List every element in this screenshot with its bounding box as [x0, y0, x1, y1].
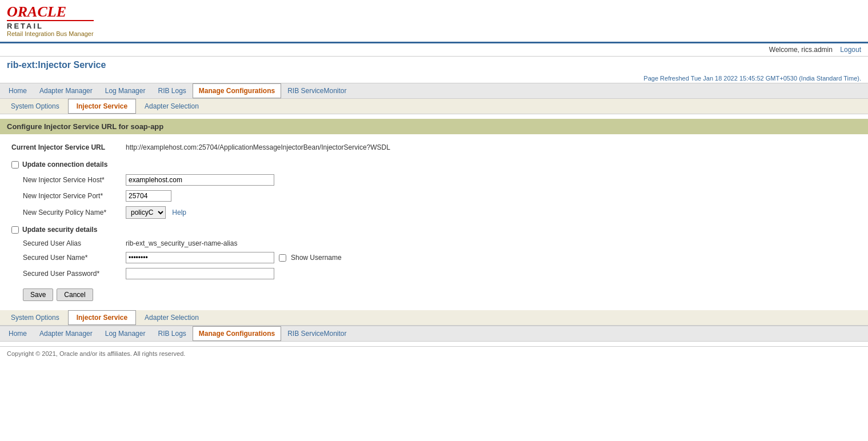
port-field-row: New Injector Service Port* [11, 190, 857, 202]
username-label: Secured User Name* [11, 254, 126, 262]
current-url-row: Current Injector Service URL http://exam… [11, 143, 857, 151]
nav-item-log-manager[interactable]: Log Manager [99, 83, 152, 98]
alias-field-row: Secured User Alias rib-ext_ws_security_u… [11, 239, 857, 247]
page-title-bar: rib-ext:Injector Service [0, 57, 868, 74]
sub-nav-item-injector-service[interactable]: Injector Service [68, 99, 136, 114]
nav-bottom-item-manage-configurations[interactable]: Manage Configurations [193, 326, 281, 341]
nav-item-manage-configurations[interactable]: Manage Configurations [193, 83, 281, 98]
update-security-label: Update security details [22, 226, 97, 234]
password-input-wrap [126, 268, 274, 279]
sub-nav-bottom: System OptionsInjector ServiceAdapter Se… [0, 310, 868, 326]
help-link[interactable]: Help [172, 209, 186, 217]
host-input[interactable] [126, 174, 274, 186]
current-url-value: http://examplehost.com:25704/Application… [126, 143, 390, 151]
page-title-section: rib-ext:Injector Service Page Refreshed … [0, 57, 868, 83]
nav-bottom-item-log-manager[interactable]: Log Manager [99, 326, 152, 341]
nav-item-rib-logs[interactable]: RIB Logs [151, 83, 192, 98]
sub-nav: System OptionsInjector ServiceAdapter Se… [0, 99, 868, 114]
current-url-label: Current Injector Service URL [11, 143, 126, 151]
password-input[interactable] [126, 268, 274, 279]
top-bar-links: Welcome, rics.admin Logout [769, 46, 861, 54]
sub-nav-bottom-item-adapter-selection[interactable]: Adapter Selection [136, 310, 207, 325]
sub-nav-bottom-item-injector-service[interactable]: Injector Service [68, 310, 136, 325]
nav-item-home[interactable]: Home [2, 83, 33, 98]
update-security-checkbox[interactable] [11, 226, 19, 234]
nav-bottom-item-adapter-manager[interactable]: Adapter Manager [33, 326, 99, 341]
port-label: New Injector Service Port* [11, 192, 126, 200]
sub-nav-item-adapter-selection[interactable]: Adapter Selection [136, 99, 207, 114]
policy-select[interactable]: policyCpolicyApolicyB [126, 206, 166, 219]
page-refreshed-label: Page Refreshed [643, 75, 689, 82]
update-connection-label: Update connection details [22, 161, 107, 169]
update-security-section: Update security details Secured User Ali… [11, 226, 857, 279]
save-button[interactable]: Save [23, 288, 53, 301]
section-header: Configure Injector Service URL for soap-… [0, 119, 868, 134]
form-area: Current Injector Service URL http://exam… [0, 134, 868, 310]
cancel-button[interactable]: Cancel [57, 288, 93, 301]
sub-nav-bottom-item-system-options[interactable]: System Options [2, 310, 68, 325]
nav-bottom-item-rib-logs[interactable]: RIB Logs [151, 326, 192, 341]
show-username-label: Show Username [291, 254, 342, 262]
password-label: Secured User Password* [11, 270, 126, 278]
page-title: rib-ext:Injector Service [7, 60, 861, 70]
nav-bottom: HomeAdapter ManagerLog ManagerRIB LogsMa… [0, 326, 868, 342]
oracle-text: ORACLE [7, 5, 94, 19]
host-input-wrap [126, 174, 274, 186]
password-field-row: Secured User Password* [11, 268, 857, 279]
username-field-row: Secured User Name* Show Username [11, 252, 857, 263]
page-refreshed: Page Refreshed Tue Jan 18 2022 15:45:52 … [0, 74, 868, 83]
nav-bottom-item-home[interactable]: Home [2, 326, 33, 341]
page-refreshed-value: Tue Jan 18 2022 15:45:52 GMT+0530 (India… [691, 75, 861, 82]
show-username-checkbox[interactable] [279, 254, 286, 262]
top-bar: Welcome, rics.admin Logout [0, 42, 868, 57]
sub-nav-item-system-options[interactable]: System Options [2, 99, 68, 114]
port-input[interactable] [126, 190, 171, 202]
host-label: New Injector Service Host* [11, 176, 126, 184]
footer: Copyright © 2021, Oracle and/or its affi… [0, 346, 868, 360]
retail-text: RETAIL [7, 22, 94, 30]
alias-label: Secured User Alias [11, 239, 126, 247]
button-row: Save Cancel [11, 288, 857, 301]
username-input-wrap: Show Username [126, 252, 342, 263]
policy-input-wrap: policyCpolicyApolicyB Help [126, 206, 186, 219]
nav-item-rib-servicemonitor[interactable]: RIB ServiceMonitor [281, 83, 353, 98]
oracle-line [7, 20, 94, 21]
alias-value: rib-ext_ws_security_user-name-alias [126, 239, 237, 247]
logout-link[interactable]: Logout [840, 46, 861, 54]
username-input[interactable] [126, 252, 274, 263]
update-connection-section: Update connection details New Injector S… [11, 161, 857, 219]
port-input-wrap [126, 190, 171, 202]
policy-label: New Security Policy Name* [11, 209, 126, 217]
update-security-row: Update security details [11, 226, 857, 234]
header: ORACLE RETAIL Retail Integration Bus Man… [0, 0, 868, 42]
update-connection-row: Update connection details [11, 161, 857, 169]
welcome-text: Welcome, rics.admin [769, 46, 833, 54]
update-connection-checkbox[interactable] [11, 161, 19, 169]
oracle-logo: ORACLE RETAIL Retail Integration Bus Man… [7, 5, 94, 37]
policy-field-row: New Security Policy Name* policyCpolicyA… [11, 206, 857, 219]
rib-manager-text: Retail Integration Bus Manager [7, 30, 94, 37]
top-nav: HomeAdapter ManagerLog ManagerRIB LogsMa… [0, 83, 868, 99]
nav-item-adapter-manager[interactable]: Adapter Manager [33, 83, 99, 98]
host-field-row: New Injector Service Host* [11, 174, 857, 186]
nav-bottom-item-rib-servicemonitor[interactable]: RIB ServiceMonitor [281, 326, 353, 341]
